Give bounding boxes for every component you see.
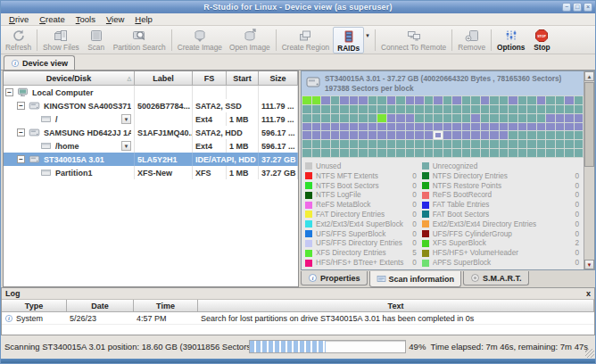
map-block[interactable]	[462, 131, 471, 139]
map-block[interactable]	[368, 96, 377, 104]
map-block[interactable]	[518, 131, 527, 139]
map-block[interactable]	[321, 140, 330, 148]
map-block[interactable]	[387, 114, 396, 122]
map-block[interactable]	[340, 140, 349, 148]
scan-button[interactable]: Scan	[83, 27, 110, 54]
map-block[interactable]	[331, 140, 340, 148]
maximize-button[interactable]: □	[573, 3, 582, 12]
map-block[interactable]	[396, 105, 405, 113]
map-block[interactable]	[321, 105, 330, 113]
map-block[interactable]	[443, 140, 452, 148]
map-block[interactable]	[434, 105, 443, 113]
map-block[interactable]	[312, 96, 321, 104]
map-block[interactable]	[359, 131, 368, 139]
menu-help[interactable]: Help	[129, 14, 158, 24]
map-block[interactable]	[462, 105, 471, 113]
map-block[interactable]	[350, 114, 359, 122]
map-block[interactable]	[471, 105, 480, 113]
map-block[interactable]	[425, 105, 434, 113]
map-block[interactable]	[537, 123, 546, 131]
map-block[interactable]	[462, 114, 471, 122]
map-block[interactable]	[452, 131, 461, 139]
map-block[interactable]	[406, 105, 415, 113]
map-block[interactable]	[331, 149, 340, 157]
open-image-button[interactable]: Open Image	[226, 27, 274, 54]
map-block[interactable]	[331, 123, 340, 131]
map-block[interactable]	[425, 114, 434, 122]
map-block[interactable]	[443, 123, 452, 131]
map-block[interactable]	[575, 96, 584, 104]
map-block[interactable]	[509, 96, 517, 104]
map-block[interactable]	[471, 131, 480, 139]
map-block[interactable]	[565, 149, 574, 157]
raids-button[interactable]: RAIDs	[333, 27, 364, 54]
map-block[interactable]	[350, 131, 359, 139]
map-block[interactable]	[415, 149, 424, 157]
map-block[interactable]	[443, 105, 452, 113]
map-block[interactable]	[575, 123, 584, 131]
map-block[interactable]	[302, 123, 311, 131]
map-block[interactable]	[518, 149, 527, 157]
log-column-text[interactable]: Text	[198, 300, 594, 312]
menu-create[interactable]: Create	[34, 14, 70, 24]
map-block[interactable]	[425, 131, 434, 139]
map-block[interactable]	[556, 140, 565, 148]
map-block[interactable]	[368, 131, 377, 139]
map-block[interactable]	[471, 123, 480, 131]
map-block[interactable]	[406, 140, 415, 148]
map-block[interactable]	[500, 140, 509, 148]
minimize-button[interactable]: −	[562, 3, 571, 12]
map-block[interactable]	[415, 105, 424, 113]
map-block[interactable]	[312, 105, 321, 113]
map-block[interactable]	[415, 114, 424, 122]
log-column-time[interactable]: Time	[134, 300, 198, 312]
map-block[interactable]	[406, 96, 415, 104]
map-block[interactable]	[377, 149, 386, 157]
map-block[interactable]	[575, 140, 584, 148]
map-block[interactable]	[331, 131, 340, 139]
map-block[interactable]	[481, 114, 490, 122]
map-block[interactable]	[527, 105, 536, 113]
map-block[interactable]	[556, 96, 565, 104]
map-block[interactable]	[452, 140, 461, 148]
menu-tools[interactable]: Tools	[70, 14, 101, 24]
chevron-down-icon[interactable]: ▼	[121, 141, 131, 151]
tab-scaninformation[interactable]: Scan information	[369, 271, 462, 287]
map-block[interactable]	[471, 114, 480, 122]
map-block[interactable]	[406, 149, 415, 157]
map-block[interactable]	[537, 140, 546, 148]
map-block[interactable]	[452, 105, 461, 113]
map-block[interactable]	[490, 114, 499, 122]
map-block[interactable]	[527, 131, 536, 139]
collapse-icon[interactable]: −	[5, 88, 13, 96]
map-block[interactable]	[331, 114, 340, 122]
map-block[interactable]	[527, 123, 536, 131]
map-block[interactable]	[462, 123, 471, 131]
map-block[interactable]	[500, 105, 509, 113]
map-block[interactable]	[368, 149, 377, 157]
map-block[interactable]	[556, 123, 565, 131]
map-block[interactable]	[462, 149, 471, 157]
map-block[interactable]	[321, 149, 330, 157]
map-block[interactable]	[556, 149, 565, 157]
map-block[interactable]	[434, 114, 443, 122]
map-block[interactable]	[434, 123, 443, 131]
menu-drive[interactable]: Drive	[4, 14, 34, 24]
map-block[interactable]	[377, 140, 386, 148]
create-region-button[interactable]: Create Region	[278, 27, 334, 54]
device-row-kingstonsa400s371[interactable]: −KINGSTON SA400S371...50026B7784...SATA2…	[4, 99, 298, 112]
map-block[interactable]	[462, 96, 471, 104]
map-block[interactable]	[434, 96, 443, 104]
map-block[interactable]	[340, 123, 349, 131]
map-block[interactable]	[527, 140, 536, 148]
map-block[interactable]	[509, 149, 517, 157]
map-block[interactable]	[302, 114, 311, 122]
map-block[interactable]	[396, 96, 405, 104]
map-block[interactable]	[490, 123, 499, 131]
device-row-[interactable]: /▼Ext41 MB111.79 ...	[4, 112, 298, 126]
map-block-selected[interactable]	[434, 131, 443, 139]
map-block[interactable]	[471, 140, 480, 148]
map-block[interactable]	[406, 114, 415, 122]
map-block[interactable]	[387, 131, 396, 139]
map-block[interactable]	[377, 123, 386, 131]
